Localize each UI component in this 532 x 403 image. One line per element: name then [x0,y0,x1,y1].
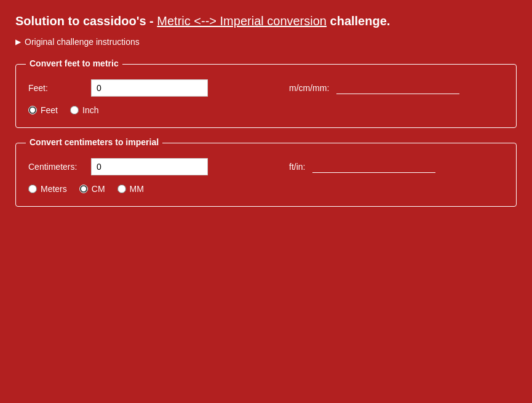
converter2-radio-mm-label: MM [130,184,144,194]
converter2-input-label: Centimeters: [28,162,84,172]
converter-feet-to-metric: Convert feet to metric Feet: m/cm/mm: Fe… [15,64,517,128]
converter1-input-row: Feet: m/cm/mm: [28,79,504,97]
instructions-toggle[interactable]: ▶ Original challenge instructions [15,37,517,47]
converter1-radio-inch-input[interactable] [70,106,79,114]
converter-cm-to-imperial: Convert centimeters to imperial Centimet… [15,143,517,207]
converter2-radio-cm[interactable]: CM [79,184,105,194]
converter2-output[interactable] [312,161,435,173]
converter1-radio-feet-label: Feet [41,105,58,115]
title-link[interactable]: Metric <--> Imperial conversion [157,14,327,28]
converter2-radio-cm-label: CM [92,184,105,194]
converter2-radio-mm-input[interactable] [117,185,126,193]
converter2-output-label: ft/in: [289,162,305,172]
instructions-label: Original challenge instructions [25,37,140,47]
chevron-right-icon: ▶ [15,38,21,46]
converter1-input-label: Feet: [28,83,84,93]
title-strong1: Solution to cassidoo's - [15,14,157,28]
page-title: Solution to cassidoo's - Metric <--> Imp… [15,12,517,30]
converter2-radio-cm-input[interactable] [79,185,88,193]
converter1-radio-feet[interactable]: Feet [28,105,58,115]
converter2-radio-mm[interactable]: MM [117,184,144,194]
page-container: Solution to cassidoo's - Metric <--> Imp… [15,12,517,207]
converter2-radio-meters-input[interactable] [28,185,37,193]
converter2-input-row: Centimeters: ft/in: [28,158,504,175]
converter2-radio-meters-label: Meters [41,184,67,194]
converter2-legend: Convert centimeters to imperial [26,137,162,147]
converter2-radio-meters[interactable]: Meters [28,184,67,194]
converter2-input[interactable] [91,158,208,175]
converter1-radio-inch-label: Inch [82,105,98,115]
converter1-radio-row: Feet Inch [28,105,504,115]
converter2-radio-row: Meters CM MM [28,184,504,194]
title-strong2: challenge. [327,14,390,28]
converter1-output-label: m/cm/mm: [289,83,329,93]
converter1-radio-feet-input[interactable] [28,106,37,114]
converter1-legend: Convert feet to metric [26,58,122,68]
converter1-radio-inch[interactable]: Inch [70,105,98,115]
converter1-output[interactable] [336,82,459,94]
converter1-input[interactable] [91,79,208,97]
